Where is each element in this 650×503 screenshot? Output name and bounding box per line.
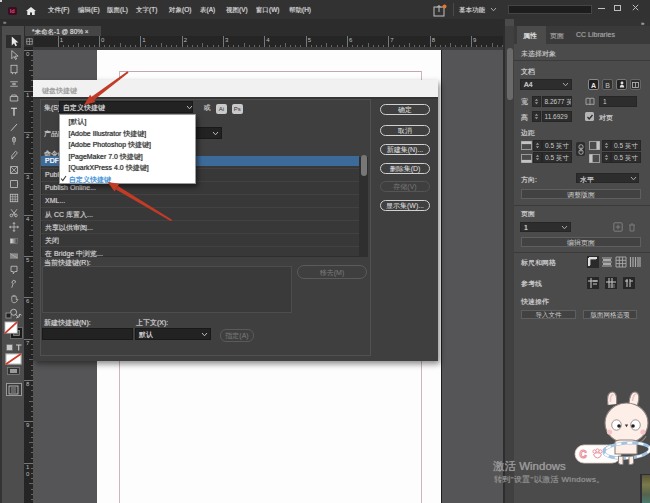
svg-text:C: C bbox=[580, 449, 587, 460]
